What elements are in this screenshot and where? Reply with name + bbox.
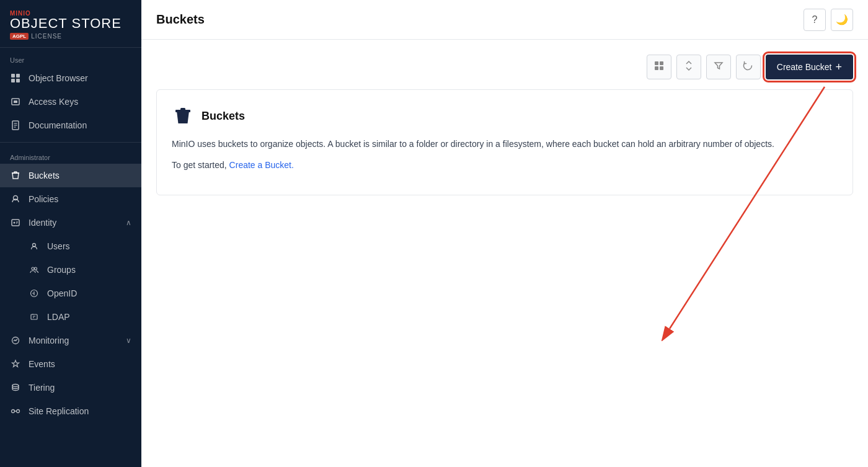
sidebar-item-label: Site Replication xyxy=(29,406,131,416)
info-card: Buckets MinIO uses buckets to organize o… xyxy=(156,89,853,195)
sidebar-item-label: Events xyxy=(29,359,131,369)
svg-rect-1 xyxy=(16,74,20,78)
filter-button[interactable] xyxy=(706,55,731,79)
sidebar-item-label: Monitoring xyxy=(29,336,118,345)
main-content: Buckets ? 🌙 xyxy=(141,0,868,467)
help-button[interactable]: ? xyxy=(804,9,826,31)
create-bucket-link[interactable]: Create a Bucket. xyxy=(229,160,294,170)
tiering-icon xyxy=(10,382,21,393)
theme-toggle-button[interactable]: 🌙 xyxy=(831,9,853,31)
create-bucket-plus-icon: + xyxy=(835,61,842,74)
sidebar-item-groups[interactable]: Groups xyxy=(0,258,141,282)
create-bucket-button[interactable]: Create Bucket + xyxy=(766,55,853,79)
grid-view-button[interactable] xyxy=(647,55,671,79)
help-icon: ? xyxy=(812,14,818,25)
svg-point-22 xyxy=(12,410,15,413)
identity-icon xyxy=(10,217,21,228)
sidebar-item-label: Users xyxy=(47,241,131,251)
access-keys-icon xyxy=(10,96,21,107)
svg-point-16 xyxy=(32,267,34,270)
svg-point-12 xyxy=(14,222,16,224)
openid-icon xyxy=(29,288,40,299)
sidebar-item-monitoring[interactable]: Monitoring ∨ xyxy=(0,329,141,352)
svg-rect-31 xyxy=(175,110,190,112)
svg-rect-3 xyxy=(16,79,20,82)
monitoring-chevron-icon: ∨ xyxy=(126,336,131,345)
info-card-cta: To get started, Create a Bucket. xyxy=(172,158,838,172)
sidebar-item-access-keys[interactable]: Access Keys xyxy=(0,90,141,113)
svg-point-23 xyxy=(17,410,20,413)
sidebar-item-documentation[interactable]: Documentation xyxy=(0,113,141,137)
header-actions: ? 🌙 xyxy=(804,9,853,31)
bucket-icon xyxy=(172,105,194,127)
sidebar-item-openid[interactable]: OpenID xyxy=(0,282,141,305)
svg-rect-27 xyxy=(655,66,658,70)
documentation-icon xyxy=(10,120,21,131)
admin-section-label: Administrator xyxy=(0,148,141,164)
sidebar-item-policies[interactable]: Policies xyxy=(0,187,141,211)
toolbar: Create Bucket + xyxy=(156,55,853,79)
svg-rect-28 xyxy=(660,66,663,70)
sidebar-item-label: Identity xyxy=(29,218,118,228)
policies-icon xyxy=(10,193,21,205)
svg-rect-0 xyxy=(11,74,15,78)
sidebar-item-ldap[interactable]: LDAP xyxy=(0,305,141,329)
grid-icon xyxy=(653,60,665,74)
filter-icon xyxy=(713,60,724,74)
logo-license-text: LICENSE xyxy=(31,33,62,40)
sidebar: MINIO OBJECT STORE AGPL LICENSE User Obj… xyxy=(0,0,141,467)
sidebar-item-label: Tiering xyxy=(29,383,131,393)
logo-area: MINIO OBJECT STORE AGPL LICENSE xyxy=(0,0,141,48)
svg-point-17 xyxy=(35,267,37,270)
sidebar-item-label: Buckets xyxy=(29,171,131,180)
sort-icon xyxy=(683,60,694,74)
svg-point-15 xyxy=(33,244,36,247)
info-card-description: MinIO uses buckets to organize objects. … xyxy=(172,137,838,151)
sidebar-item-label: Object Browser xyxy=(29,73,131,83)
sidebar-item-label: LDAP xyxy=(47,312,131,322)
logo-license: AGPL LICENSE xyxy=(10,33,131,40)
svg-rect-25 xyxy=(655,61,658,65)
info-card-title: Buckets xyxy=(202,110,245,123)
header: Buckets ? 🌙 xyxy=(141,0,868,40)
sidebar-item-label: OpenID xyxy=(47,288,131,298)
object-browser-icon xyxy=(10,73,21,84)
user-section-label: User xyxy=(0,50,141,66)
events-icon xyxy=(10,358,21,370)
sort-button[interactable] xyxy=(676,55,701,79)
svg-point-21 xyxy=(12,385,19,387)
svg-rect-19 xyxy=(31,314,37,319)
groups-icon xyxy=(29,264,40,275)
create-bucket-label: Create Bucket xyxy=(777,62,832,72)
svg-rect-2 xyxy=(11,79,15,82)
moon-icon: 🌙 xyxy=(836,14,848,25)
identity-chevron-icon: ∧ xyxy=(126,218,131,227)
content-area: Create Bucket + xyxy=(141,40,868,467)
sidebar-item-label: Documentation xyxy=(29,120,131,130)
monitoring-icon xyxy=(10,335,21,346)
ldap-icon xyxy=(29,311,40,322)
sidebar-item-label: Policies xyxy=(29,194,131,204)
refresh-icon xyxy=(743,60,754,74)
sidebar-item-site-replication[interactable]: Site Replication xyxy=(0,399,141,423)
sidebar-item-object-browser[interactable]: Object Browser xyxy=(0,66,141,90)
site-replication-icon xyxy=(10,406,21,417)
sidebar-divider xyxy=(0,142,141,143)
sidebar-item-label: Access Keys xyxy=(29,97,131,107)
sidebar-item-buckets[interactable]: Buckets xyxy=(0,164,141,187)
sidebar-item-events[interactable]: Events xyxy=(0,352,141,376)
sidebar-item-identity[interactable]: Identity ∧ xyxy=(0,211,141,234)
logo-license-badge: AGPL xyxy=(10,33,29,40)
logo-title: OBJECT STORE xyxy=(10,17,131,30)
svg-rect-11 xyxy=(12,220,19,226)
buckets-icon xyxy=(10,170,21,181)
sidebar-item-users[interactable]: Users xyxy=(0,234,141,258)
info-card-header: Buckets xyxy=(172,105,838,127)
page-title: Buckets xyxy=(156,12,205,27)
sidebar-item-label: Groups xyxy=(47,265,131,275)
svg-rect-5 xyxy=(14,100,17,103)
svg-rect-26 xyxy=(660,61,663,65)
users-icon xyxy=(29,241,40,252)
refresh-button[interactable] xyxy=(736,55,761,79)
sidebar-item-tiering[interactable]: Tiering xyxy=(0,376,141,399)
